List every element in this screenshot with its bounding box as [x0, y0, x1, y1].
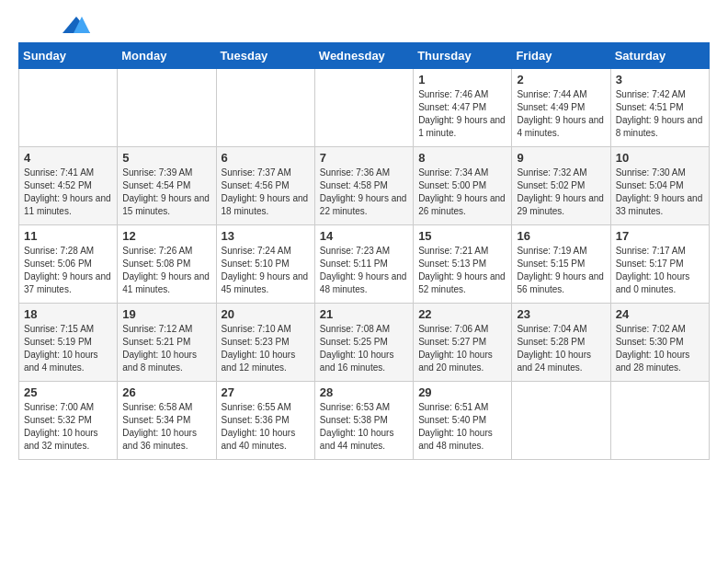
- calendar-cell: 8Sunrise: 7:34 AM Sunset: 5:00 PM Daylig…: [414, 147, 512, 225]
- calendar-cell: 15Sunrise: 7:21 AM Sunset: 5:13 PM Dayli…: [414, 225, 512, 304]
- calendar-cell: 28Sunrise: 6:53 AM Sunset: 5:38 PM Dayli…: [314, 382, 413, 460]
- day-number: 10: [616, 151, 704, 165]
- calendar-cell: 1Sunrise: 7:46 AM Sunset: 4:47 PM Daylig…: [414, 69, 512, 147]
- day-info: Sunrise: 7:34 AM Sunset: 5:00 PM Dayligh…: [418, 167, 506, 218]
- calendar-cell: 19Sunrise: 7:12 AM Sunset: 5:21 PM Dayli…: [118, 304, 216, 382]
- calendar-cell: 25Sunrise: 7:00 AM Sunset: 5:32 PM Dayli…: [19, 382, 118, 460]
- calendar-cell: 4Sunrise: 7:41 AM Sunset: 4:52 PM Daylig…: [19, 147, 118, 225]
- day-number: 18: [24, 307, 112, 321]
- calendar-week-5: 25Sunrise: 7:00 AM Sunset: 5:32 PM Dayli…: [19, 382, 710, 460]
- day-number: 23: [517, 307, 605, 321]
- day-number: 25: [24, 385, 112, 399]
- day-info: Sunrise: 7:10 AM Sunset: 5:23 PM Dayligh…: [222, 323, 310, 374]
- day-number: 29: [418, 385, 506, 399]
- calendar-cell: 17Sunrise: 7:17 AM Sunset: 5:17 PM Dayli…: [610, 225, 709, 304]
- day-info: Sunrise: 7:37 AM Sunset: 4:56 PM Dayligh…: [222, 167, 310, 218]
- header-day-saturday: Saturday: [610, 43, 709, 69]
- day-number: 14: [320, 229, 408, 243]
- calendar-body: 1Sunrise: 7:46 AM Sunset: 4:47 PM Daylig…: [19, 69, 710, 460]
- header-day-wednesday: Wednesday: [314, 43, 413, 69]
- calendar-cell: 3Sunrise: 7:42 AM Sunset: 4:51 PM Daylig…: [610, 69, 709, 147]
- day-number: 5: [122, 151, 210, 165]
- day-info: Sunrise: 7:21 AM Sunset: 5:13 PM Dayligh…: [418, 245, 506, 296]
- calendar-week-3: 11Sunrise: 7:28 AM Sunset: 5:06 PM Dayli…: [19, 225, 710, 304]
- header-day-thursday: Thursday: [414, 43, 512, 69]
- day-info: Sunrise: 7:02 AM Sunset: 5:30 PM Dayligh…: [616, 323, 704, 374]
- header-day-friday: Friday: [512, 43, 610, 69]
- day-info: Sunrise: 7:00 AM Sunset: 5:32 PM Dayligh…: [24, 401, 112, 453]
- day-info: Sunrise: 6:55 AM Sunset: 5:36 PM Dayligh…: [222, 401, 310, 453]
- day-info: Sunrise: 7:32 AM Sunset: 5:02 PM Dayligh…: [517, 167, 605, 218]
- calendar-week-4: 18Sunrise: 7:15 AM Sunset: 5:19 PM Dayli…: [19, 304, 710, 382]
- header-day-tuesday: Tuesday: [216, 43, 314, 69]
- calendar-cell: [610, 382, 709, 460]
- calendar-cell: 23Sunrise: 7:04 AM Sunset: 5:28 PM Dayli…: [512, 304, 610, 382]
- calendar-cell: 13Sunrise: 7:24 AM Sunset: 5:10 PM Dayli…: [216, 225, 314, 304]
- header-day-monday: Monday: [118, 43, 216, 69]
- logo-icon: [63, 17, 90, 33]
- calendar-cell: 6Sunrise: 7:37 AM Sunset: 4:56 PM Daylig…: [216, 147, 314, 225]
- calendar-cell: 12Sunrise: 7:26 AM Sunset: 5:08 PM Dayli…: [118, 225, 216, 304]
- day-info: Sunrise: 7:23 AM Sunset: 5:11 PM Dayligh…: [320, 245, 408, 296]
- calendar-cell: 10Sunrise: 7:30 AM Sunset: 5:04 PM Dayli…: [610, 147, 709, 225]
- day-number: 27: [222, 385, 310, 399]
- day-info: Sunrise: 7:42 AM Sunset: 4:51 PM Dayligh…: [616, 88, 704, 140]
- day-info: Sunrise: 6:51 AM Sunset: 5:40 PM Dayligh…: [418, 401, 506, 453]
- day-info: Sunrise: 7:12 AM Sunset: 5:21 PM Dayligh…: [122, 323, 210, 374]
- calendar-header: SundayMondayTuesdayWednesdayThursdayFrid…: [19, 43, 710, 69]
- calendar-cell: [216, 69, 314, 147]
- calendar-cell: 26Sunrise: 6:58 AM Sunset: 5:34 PM Dayli…: [118, 382, 216, 460]
- calendar-cell: 11Sunrise: 7:28 AM Sunset: 5:06 PM Dayli…: [19, 225, 118, 304]
- day-number: 19: [122, 307, 210, 321]
- calendar-cell: 22Sunrise: 7:06 AM Sunset: 5:27 PM Dayli…: [414, 304, 512, 382]
- day-info: Sunrise: 7:04 AM Sunset: 5:28 PM Dayligh…: [517, 323, 605, 374]
- day-info: Sunrise: 7:30 AM Sunset: 5:04 PM Dayligh…: [616, 167, 704, 218]
- calendar-table: SundayMondayTuesdayWednesdayThursdayFrid…: [18, 42, 710, 460]
- calendar-cell: [118, 69, 216, 147]
- calendar-cell: 27Sunrise: 6:55 AM Sunset: 5:36 PM Dayli…: [216, 382, 314, 460]
- day-info: Sunrise: 7:39 AM Sunset: 4:54 PM Dayligh…: [122, 167, 210, 218]
- day-number: 7: [320, 151, 408, 165]
- day-number: 20: [222, 307, 310, 321]
- day-number: 6: [222, 151, 310, 165]
- day-info: Sunrise: 7:06 AM Sunset: 5:27 PM Dayligh…: [418, 323, 506, 374]
- day-info: Sunrise: 7:46 AM Sunset: 4:47 PM Dayligh…: [418, 88, 506, 140]
- calendar-cell: [19, 69, 118, 147]
- calendar-cell: 2Sunrise: 7:44 AM Sunset: 4:49 PM Daylig…: [512, 69, 610, 147]
- page-header: [18, 18, 710, 33]
- calendar-cell: [314, 69, 413, 147]
- header-day-sunday: Sunday: [19, 43, 118, 69]
- day-info: Sunrise: 7:08 AM Sunset: 5:25 PM Dayligh…: [320, 323, 408, 374]
- day-number: 15: [418, 229, 506, 243]
- day-number: 16: [517, 229, 605, 243]
- calendar-cell: 14Sunrise: 7:23 AM Sunset: 5:11 PM Dayli…: [314, 225, 413, 304]
- day-number: 8: [418, 151, 506, 165]
- calendar-cell: 9Sunrise: 7:32 AM Sunset: 5:02 PM Daylig…: [512, 147, 610, 225]
- day-number: 17: [616, 229, 704, 243]
- calendar-cell: 24Sunrise: 7:02 AM Sunset: 5:30 PM Dayli…: [610, 304, 709, 382]
- calendar-week-1: 1Sunrise: 7:46 AM Sunset: 4:47 PM Daylig…: [19, 69, 710, 147]
- calendar-cell: 16Sunrise: 7:19 AM Sunset: 5:15 PM Dayli…: [512, 225, 610, 304]
- calendar-cell: 20Sunrise: 7:10 AM Sunset: 5:23 PM Dayli…: [216, 304, 314, 382]
- day-number: 4: [24, 151, 112, 165]
- calendar-cell: 21Sunrise: 7:08 AM Sunset: 5:25 PM Dayli…: [314, 304, 413, 382]
- calendar-cell: 18Sunrise: 7:15 AM Sunset: 5:19 PM Dayli…: [19, 304, 118, 382]
- calendar-week-2: 4Sunrise: 7:41 AM Sunset: 4:52 PM Daylig…: [19, 147, 710, 225]
- day-number: 3: [616, 73, 704, 86]
- day-number: 12: [122, 229, 210, 243]
- day-info: Sunrise: 7:24 AM Sunset: 5:10 PM Dayligh…: [222, 245, 310, 296]
- day-number: 2: [517, 73, 605, 86]
- day-number: 21: [320, 307, 408, 321]
- day-info: Sunrise: 7:28 AM Sunset: 5:06 PM Dayligh…: [24, 245, 112, 296]
- day-number: 1: [418, 73, 506, 86]
- calendar-cell: 5Sunrise: 7:39 AM Sunset: 4:54 PM Daylig…: [118, 147, 216, 225]
- day-info: Sunrise: 7:44 AM Sunset: 4:49 PM Dayligh…: [517, 88, 605, 140]
- calendar-cell: [512, 382, 610, 460]
- day-number: 11: [24, 229, 112, 243]
- day-info: Sunrise: 7:19 AM Sunset: 5:15 PM Dayligh…: [517, 245, 605, 296]
- day-number: 24: [616, 307, 704, 321]
- day-info: Sunrise: 6:58 AM Sunset: 5:34 PM Dayligh…: [122, 401, 210, 453]
- day-info: Sunrise: 7:26 AM Sunset: 5:08 PM Dayligh…: [122, 245, 210, 296]
- day-number: 9: [517, 151, 605, 165]
- calendar-cell: 7Sunrise: 7:36 AM Sunset: 4:58 PM Daylig…: [314, 147, 413, 225]
